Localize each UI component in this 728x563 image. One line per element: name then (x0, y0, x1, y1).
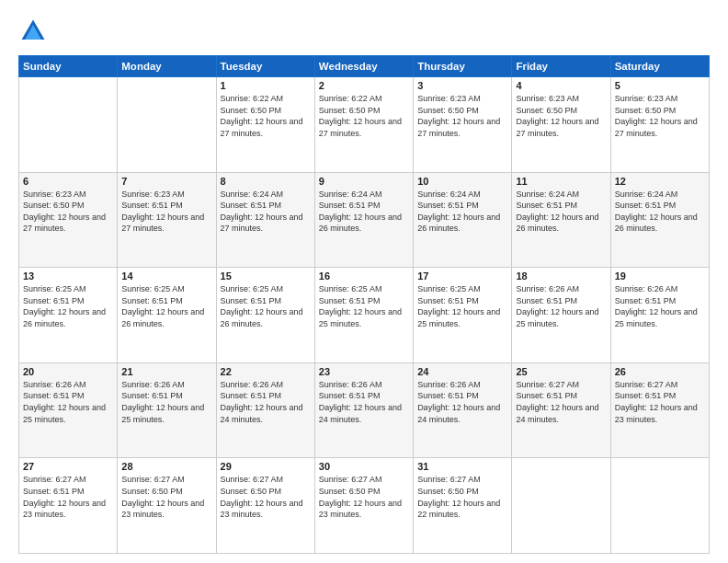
calendar-cell: 26Sunrise: 6:27 AM Sunset: 6:51 PM Dayli… (610, 362, 709, 458)
day-info: Sunrise: 6:26 AM Sunset: 6:51 PM Dayligh… (319, 379, 409, 425)
day-info: Sunrise: 6:27 AM Sunset: 6:51 PM Dayligh… (615, 379, 705, 425)
day-number: 28 (121, 461, 211, 472)
day-number: 23 (319, 366, 409, 377)
calendar-cell: 7Sunrise: 6:23 AM Sunset: 6:51 PM Daylig… (118, 172, 216, 268)
day-info: Sunrise: 6:25 AM Sunset: 6:51 PM Dayligh… (417, 283, 507, 329)
day-number: 12 (615, 176, 705, 187)
calendar-cell: 17Sunrise: 6:25 AM Sunset: 6:51 PM Dayli… (414, 268, 512, 363)
day-number: 13 (23, 270, 113, 282)
week-row-5: 27Sunrise: 6:27 AM Sunset: 6:51 PM Dayli… (19, 458, 710, 554)
calendar-cell: 5Sunrise: 6:23 AM Sunset: 6:50 PM Daylig… (610, 77, 709, 173)
day-number: 11 (516, 176, 606, 187)
day-number: 19 (615, 270, 705, 282)
day-info: Sunrise: 6:26 AM Sunset: 6:51 PM Dayligh… (615, 283, 705, 329)
day-info: Sunrise: 6:26 AM Sunset: 6:51 PM Dayligh… (23, 379, 113, 425)
day-info: Sunrise: 6:22 AM Sunset: 6:50 PM Dayligh… (319, 93, 409, 139)
day-number: 8 (221, 176, 311, 187)
week-row-4: 20Sunrise: 6:26 AM Sunset: 6:51 PM Dayli… (19, 362, 710, 458)
weekday-header-saturday: Saturday (610, 56, 709, 77)
calendar-cell: 11Sunrise: 6:24 AM Sunset: 6:51 PM Dayli… (512, 172, 610, 268)
day-number: 9 (319, 176, 409, 187)
day-number: 31 (417, 461, 507, 472)
day-number: 22 (221, 366, 311, 377)
calendar-cell: 15Sunrise: 6:25 AM Sunset: 6:51 PM Dayli… (216, 268, 314, 363)
day-number: 24 (417, 366, 507, 377)
day-info: Sunrise: 6:27 AM Sunset: 6:50 PM Dayligh… (121, 474, 211, 520)
calendar-cell (512, 458, 610, 554)
day-number: 2 (319, 80, 409, 91)
weekday-header-monday: Monday (118, 56, 216, 77)
day-info: Sunrise: 6:27 AM Sunset: 6:51 PM Dayligh… (516, 379, 606, 425)
weekday-header-friday: Friday (512, 56, 610, 77)
weekday-header-thursday: Thursday (414, 56, 512, 77)
day-info: Sunrise: 6:23 AM Sunset: 6:50 PM Dayligh… (615, 93, 705, 139)
calendar-cell (19, 77, 118, 173)
day-info: Sunrise: 6:27 AM Sunset: 6:50 PM Dayligh… (417, 474, 507, 520)
calendar-cell: 1Sunrise: 6:22 AM Sunset: 6:50 PM Daylig… (216, 77, 314, 173)
calendar-cell: 19Sunrise: 6:26 AM Sunset: 6:51 PM Dayli… (610, 268, 709, 363)
day-info: Sunrise: 6:27 AM Sunset: 6:51 PM Dayligh… (23, 474, 113, 520)
week-row-2: 6Sunrise: 6:23 AM Sunset: 6:50 PM Daylig… (19, 172, 710, 268)
calendar-cell: 18Sunrise: 6:26 AM Sunset: 6:51 PM Dayli… (512, 268, 610, 363)
calendar-cell: 14Sunrise: 6:25 AM Sunset: 6:51 PM Dayli… (118, 268, 216, 363)
day-number: 16 (319, 270, 409, 282)
weekday-header-tuesday: Tuesday (216, 56, 314, 77)
day-info: Sunrise: 6:25 AM Sunset: 6:51 PM Dayligh… (221, 283, 311, 329)
header (18, 17, 710, 46)
calendar-cell: 22Sunrise: 6:26 AM Sunset: 6:51 PM Dayli… (216, 362, 314, 458)
day-info: Sunrise: 6:24 AM Sunset: 6:51 PM Dayligh… (417, 189, 507, 235)
calendar-cell: 25Sunrise: 6:27 AM Sunset: 6:51 PM Dayli… (512, 362, 610, 458)
logo (18, 17, 51, 46)
calendar-cell: 30Sunrise: 6:27 AM Sunset: 6:50 PM Dayli… (314, 458, 413, 554)
page: SundayMondayTuesdayWednesdayThursdayFrid… (0, 0, 728, 563)
day-info: Sunrise: 6:27 AM Sunset: 6:50 PM Dayligh… (221, 474, 311, 520)
calendar-cell: 29Sunrise: 6:27 AM Sunset: 6:50 PM Dayli… (216, 458, 314, 554)
weekday-header-wednesday: Wednesday (314, 56, 413, 77)
day-number: 27 (23, 461, 113, 472)
calendar-cell: 6Sunrise: 6:23 AM Sunset: 6:50 PM Daylig… (19, 172, 118, 268)
day-number: 17 (417, 270, 507, 282)
day-info: Sunrise: 6:26 AM Sunset: 6:51 PM Dayligh… (516, 283, 606, 329)
calendar-cell: 27Sunrise: 6:27 AM Sunset: 6:51 PM Dayli… (19, 458, 118, 554)
calendar-cell: 16Sunrise: 6:25 AM Sunset: 6:51 PM Dayli… (314, 268, 413, 363)
day-info: Sunrise: 6:27 AM Sunset: 6:50 PM Dayligh… (319, 474, 409, 520)
calendar-table: SundayMondayTuesdayWednesdayThursdayFrid… (18, 55, 710, 554)
day-number: 20 (23, 366, 113, 377)
calendar-cell: 3Sunrise: 6:23 AM Sunset: 6:50 PM Daylig… (414, 77, 512, 173)
calendar-cell (610, 458, 709, 554)
calendar-cell: 13Sunrise: 6:25 AM Sunset: 6:51 PM Dayli… (19, 268, 118, 363)
day-number: 5 (615, 80, 705, 91)
calendar-cell: 10Sunrise: 6:24 AM Sunset: 6:51 PM Dayli… (414, 172, 512, 268)
day-number: 4 (516, 80, 606, 91)
day-number: 14 (121, 270, 211, 282)
day-info: Sunrise: 6:24 AM Sunset: 6:51 PM Dayligh… (615, 189, 705, 235)
day-info: Sunrise: 6:25 AM Sunset: 6:51 PM Dayligh… (121, 283, 211, 329)
day-number: 18 (516, 270, 606, 282)
calendar-cell: 2Sunrise: 6:22 AM Sunset: 6:50 PM Daylig… (314, 77, 413, 173)
day-info: Sunrise: 6:24 AM Sunset: 6:51 PM Dayligh… (516, 189, 606, 235)
calendar-cell: 28Sunrise: 6:27 AM Sunset: 6:50 PM Dayli… (118, 458, 216, 554)
week-row-3: 13Sunrise: 6:25 AM Sunset: 6:51 PM Dayli… (19, 268, 710, 363)
day-info: Sunrise: 6:23 AM Sunset: 6:50 PM Dayligh… (417, 93, 507, 139)
weekday-header-row: SundayMondayTuesdayWednesdayThursdayFrid… (19, 56, 710, 77)
day-number: 3 (417, 80, 507, 91)
day-number: 1 (221, 80, 311, 91)
calendar-cell: 8Sunrise: 6:24 AM Sunset: 6:51 PM Daylig… (216, 172, 314, 268)
day-info: Sunrise: 6:25 AM Sunset: 6:51 PM Dayligh… (319, 283, 409, 329)
day-info: Sunrise: 6:22 AM Sunset: 6:50 PM Dayligh… (221, 93, 311, 139)
day-number: 25 (516, 366, 606, 377)
day-info: Sunrise: 6:25 AM Sunset: 6:51 PM Dayligh… (23, 283, 113, 329)
day-number: 30 (319, 461, 409, 472)
week-row-1: 1Sunrise: 6:22 AM Sunset: 6:50 PM Daylig… (19, 77, 710, 173)
calendar-cell: 4Sunrise: 6:23 AM Sunset: 6:50 PM Daylig… (512, 77, 610, 173)
calendar-cell: 31Sunrise: 6:27 AM Sunset: 6:50 PM Dayli… (414, 458, 512, 554)
day-info: Sunrise: 6:26 AM Sunset: 6:51 PM Dayligh… (221, 379, 311, 425)
calendar-cell: 24Sunrise: 6:26 AM Sunset: 6:51 PM Dayli… (414, 362, 512, 458)
logo-icon (18, 17, 48, 46)
calendar-cell: 9Sunrise: 6:24 AM Sunset: 6:51 PM Daylig… (314, 172, 413, 268)
day-info: Sunrise: 6:26 AM Sunset: 6:51 PM Dayligh… (121, 379, 211, 425)
calendar-cell: 20Sunrise: 6:26 AM Sunset: 6:51 PM Dayli… (19, 362, 118, 458)
calendar-cell: 21Sunrise: 6:26 AM Sunset: 6:51 PM Dayli… (118, 362, 216, 458)
weekday-header-sunday: Sunday (19, 56, 118, 77)
day-number: 15 (221, 270, 311, 282)
